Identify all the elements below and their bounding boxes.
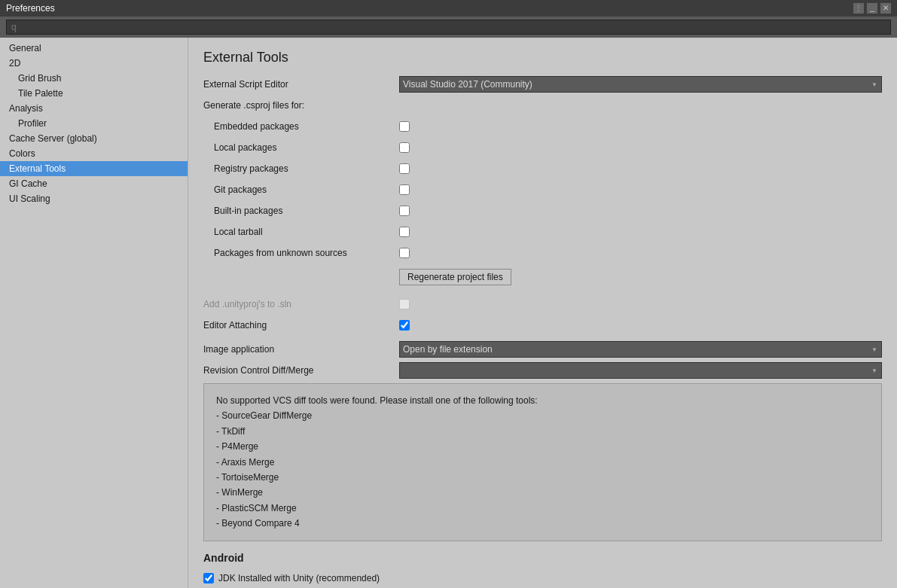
sidebar-item-grid-brush[interactable]: Grid Brush: [0, 71, 188, 86]
add-unityproj-checkbox[interactable]: [399, 299, 410, 309]
revision-control-select-wrapper: [399, 362, 882, 379]
editor-attaching-row: Editor Attaching: [203, 317, 882, 334]
registry-packages-row: Registry packages: [203, 160, 882, 177]
revision-control-select[interactable]: [399, 362, 882, 379]
local-tarball-row: Local tarball: [203, 224, 882, 240]
embedded-packages-label: Embedded packages: [203, 121, 399, 132]
editor-attaching-label: Editor Attaching: [203, 320, 399, 331]
sidebar-item-ui-scaling[interactable]: UI Scaling: [0, 191, 188, 206]
revision-control-label: Revision Control Diff/Merge: [203, 365, 399, 376]
registry-packages-label: Registry packages: [203, 163, 399, 174]
generate-csproj-row: Generate .csproj files for:: [203, 97, 882, 114]
add-unityproj-row: Add .unityproj's to .sln: [203, 296, 882, 312]
local-packages-label: Local packages: [203, 142, 399, 153]
image-application-select-wrapper: Open by file extension: [399, 341, 882, 358]
registry-packages-checkbox[interactable]: [399, 163, 410, 174]
builtin-packages-row: Built-in packages: [203, 203, 882, 219]
jdk-checkbox[interactable]: [203, 573, 214, 583]
revision-control-row: Revision Control Diff/Merge: [203, 362, 882, 379]
minimize-button[interactable]: _: [867, 3, 877, 14]
sidebar-item-external-tools[interactable]: External Tools: [0, 161, 188, 176]
jdk-checkbox-label: JDK Installed with Unity (recommended): [218, 573, 380, 583]
builtin-packages-label: Built-in packages: [203, 206, 399, 216]
local-packages-row: Local packages: [203, 139, 882, 156]
sidebar-item-tile-palette[interactable]: Tile Palette: [0, 86, 188, 101]
vcs-tool-4: - Araxis Merge: [216, 455, 869, 470]
sidebar-item-cache-server[interactable]: Cache Server (global): [0, 131, 188, 146]
embedded-packages-checkbox[interactable]: [399, 121, 410, 132]
search-input[interactable]: [6, 20, 891, 35]
vcs-message-box: No supported VCS diff tools were found. …: [203, 383, 882, 541]
external-script-editor-select-wrapper: Visual Studio 2017 (Community) Visual St…: [399, 76, 882, 93]
builtin-packages-checkbox[interactable]: [399, 206, 410, 216]
unknown-sources-checkbox[interactable]: [399, 248, 410, 258]
unknown-sources-label: Packages from unknown sources: [203, 248, 399, 258]
add-unityproj-label: Add .unityproj's to .sln: [203, 299, 399, 309]
unknown-sources-row: Packages from unknown sources: [203, 245, 882, 261]
sidebar-item-colors[interactable]: Colors: [0, 146, 188, 161]
external-script-editor-row: External Script Editor Visual Studio 201…: [203, 76, 882, 93]
vcs-tool-1: - SourceGear DiffMerge: [216, 408, 869, 423]
editor-attaching-checkbox[interactable]: [399, 320, 410, 331]
image-application-select[interactable]: Open by file extension: [399, 341, 882, 358]
git-packages-label: Git packages: [203, 184, 399, 195]
git-packages-row: Git packages: [203, 181, 882, 198]
generate-csproj-label: Generate .csproj files for:: [203, 100, 399, 111]
external-script-editor-select[interactable]: Visual Studio 2017 (Community) Visual St…: [399, 76, 882, 93]
search-bar: [0, 17, 897, 38]
image-application-label: Image application: [203, 344, 399, 355]
window-controls: ⋮ _ ✕: [853, 3, 891, 14]
vcs-tool-6: - WinMerge: [216, 485, 869, 500]
git-packages-checkbox[interactable]: [399, 184, 410, 195]
local-tarball-checkbox[interactable]: [399, 227, 410, 237]
page-title: External Tools: [203, 50, 882, 66]
local-tarball-label: Local tarball: [203, 227, 399, 237]
window-title: Preferences: [6, 3, 55, 14]
vcs-tool-8: - Beyond Compare 4: [216, 516, 869, 531]
external-script-editor-label: External Script Editor: [203, 79, 399, 90]
sidebar-item-profiler[interactable]: Profiler: [0, 116, 188, 131]
sidebar-item-gi-cache[interactable]: GI Cache: [0, 176, 188, 191]
close-button[interactable]: ✕: [880, 3, 891, 14]
vcs-message-line1: No supported VCS diff tools were found. …: [216, 393, 869, 408]
content-area: External Tools External Script Editor Vi…: [188, 38, 897, 588]
embedded-packages-row: Embedded packages: [203, 118, 882, 135]
main-container: General 2D Grid Brush Tile Palette Analy…: [0, 38, 897, 588]
regenerate-btn-container: Regenerate project files: [399, 266, 882, 290]
sidebar-item-2d[interactable]: 2D: [0, 56, 188, 71]
sidebar-item-analysis[interactable]: Analysis: [0, 101, 188, 116]
regenerate-button[interactable]: Regenerate project files: [399, 269, 511, 285]
image-application-row: Image application Open by file extension: [203, 341, 882, 358]
vcs-tool-3: - P4Merge: [216, 439, 869, 454]
vcs-tool-2: - TkDiff: [216, 424, 869, 439]
sidebar: General 2D Grid Brush Tile Palette Analy…: [0, 38, 188, 588]
local-packages-checkbox[interactable]: [399, 142, 410, 153]
android-title: Android: [203, 552, 882, 564]
title-bar: Preferences ⋮ _ ✕: [0, 0, 897, 17]
android-section: Android JDK Installed with Unity (recomm…: [203, 552, 882, 588]
vcs-tool-5: - TortoiseMerge: [216, 470, 869, 485]
vcs-tool-7: - PlasticSCM Merge: [216, 501, 869, 516]
sidebar-item-general[interactable]: General: [0, 41, 188, 56]
jdk-checkbox-row: JDK Installed with Unity (recommended): [203, 570, 882, 586]
more-button[interactable]: ⋮: [853, 3, 864, 14]
